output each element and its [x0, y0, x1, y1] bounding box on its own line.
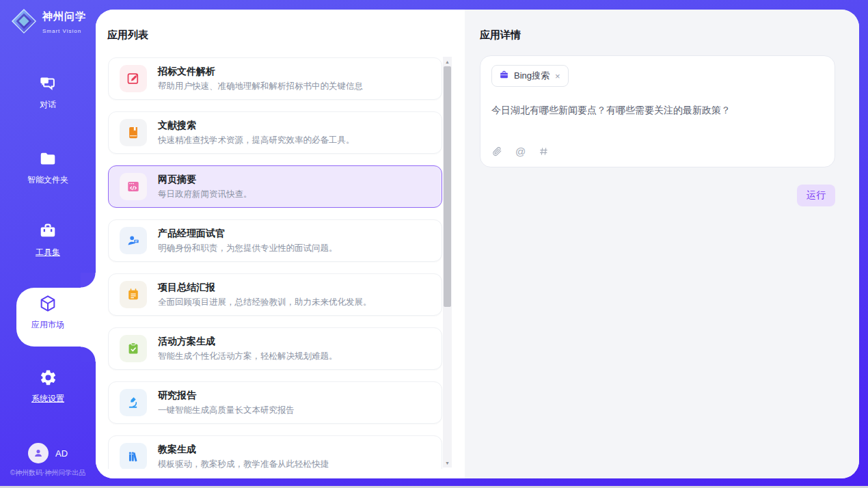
toolbox-icon [38, 221, 57, 241]
main-panel: 应用列表 招标文件解析 帮助用户快速、准确地理解和解析招标书中的关键信息 文献搜… [96, 10, 859, 478]
app-card-desc: 全面回顾项目进展，总结经验教训，助力未来优化发展。 [158, 297, 372, 308]
app-detail-title: 应用详情 [480, 29, 835, 42]
avatar [28, 443, 49, 463]
app-card-desc: 快速精准查找学术资源，提高研究效率的必备工具。 [158, 135, 355, 146]
app-card[interactable]: 项目总结汇报 全面回顾项目进展，总结经验教训，助力未来优化发展。 [108, 273, 442, 316]
paperclip-icon[interactable] [491, 146, 503, 157]
sidebar-item-folder[interactable]: 智能文件夹 [0, 149, 96, 186]
briefcase-icon [499, 70, 509, 82]
sidebar-item-toolbox[interactable]: 工具集 [0, 221, 96, 258]
app-detail-section: 应用详情 Bing搜索 × 今日湖北有哪些新闻要点？有哪些需要关注的最新政策？ … [465, 10, 859, 478]
notepad-icon [120, 281, 147, 308]
app-list: 招标文件解析 帮助用户快速、准确地理解和解析招标书中的关键信息 文献搜索 快速精… [108, 57, 442, 469]
sidebar-item-cube[interactable]: 应用市场 [0, 294, 96, 331]
app-card-desc: 明确身份和职责，为您提供专业性的面试问题。 [158, 243, 338, 254]
question-input[interactable]: 今日湖北有哪些新闻要点？有哪些需要关注的最新政策？ [491, 103, 824, 118]
user-row[interactable]: AD [0, 443, 96, 463]
app-card-title: 项目总结汇报 [158, 282, 372, 294]
app-card-title: 活动方案生成 [158, 336, 338, 348]
app-card[interactable]: 研究报告 一键智能生成高质量长文本研究报告 [108, 381, 442, 424]
microscope-icon [120, 389, 147, 416]
prompt-card: Bing搜索 × 今日湖北有哪些新闻要点？有哪些需要关注的最新政策？ @ [480, 55, 835, 167]
chip-close-icon[interactable]: × [554, 71, 561, 81]
hash-icon[interactable] [538, 146, 550, 157]
tool-chip-label: Bing搜索 [514, 70, 550, 82]
clipboard-check-icon [120, 335, 147, 362]
app-card[interactable]: 产品经理面试官 明确身份和职责，为您提供专业性的面试问题。 [108, 219, 442, 262]
app-card[interactable]: 网页摘要 每日政府新闻资讯快查。 [108, 165, 442, 208]
chat-icon [38, 74, 57, 93]
app-card-title: 网页摘要 [158, 174, 252, 186]
cube-icon [38, 294, 57, 313]
sidebar-item-gear[interactable]: 系统设置 [0, 368, 96, 405]
copyright-footer: ©神州数码·神州问学出品 [0, 468, 96, 478]
interviewer-icon [120, 227, 147, 254]
run-button[interactable]: 运行 [797, 185, 835, 206]
app-card-title: 产品经理面试官 [158, 228, 338, 240]
app-list-scrollbar[interactable]: ▲ ▼ [443, 57, 452, 467]
app-card-title: 文献搜索 [158, 120, 355, 132]
app-card-title: 招标文件解析 [158, 66, 363, 78]
brand-diamond-icon [11, 8, 37, 37]
app-card[interactable]: 文献搜索 快速精准查找学术资源，提高研究效率的必备工具。 [108, 111, 442, 154]
scroll-down-icon[interactable]: ▼ [443, 458, 452, 467]
brand-subtitle: Smart Vision [42, 28, 81, 34]
at-icon[interactable]: @ [515, 146, 526, 157]
app-card[interactable]: 教案生成 模板驱动，教案秒成，教学准备从此轻松快捷 [108, 435, 442, 469]
input-toolbar: @ [491, 146, 550, 157]
app-list-title: 应用列表 [107, 29, 148, 42]
app-card-title: 研究报告 [158, 390, 295, 402]
web-summary-icon [120, 173, 147, 200]
sidebar: 神州问学 Smart Vision 对话 智能文件夹 工具集 应用市场 系统设置… [0, 0, 96, 488]
app-card-desc: 帮助用户快速、准确地理解和解析招标书中的关键信息 [158, 81, 363, 92]
sidebar-item-chat[interactable]: 对话 [0, 74, 96, 111]
app-card[interactable]: 活动方案生成 智能生成个性化活动方案，轻松解决规划难题。 [108, 327, 442, 370]
folder-icon [38, 149, 57, 168]
app-card[interactable]: 招标文件解析 帮助用户快速、准确地理解和解析招标书中的关键信息 [108, 57, 442, 100]
scrollbar-thumb[interactable] [444, 66, 451, 307]
active-notch-top [81, 273, 96, 288]
edit-doc-icon [120, 65, 147, 92]
gear-icon [38, 368, 57, 388]
tool-chip[interactable]: Bing搜索 × [491, 65, 569, 87]
brand-logo: 神州问学 Smart Vision [11, 8, 86, 37]
app-card-desc: 模板驱动，教案秒成，教学准备从此轻松快捷 [158, 459, 329, 470]
app-card-desc: 一键智能生成高质量长文本研究报告 [158, 405, 295, 416]
app-list-section: 应用列表 招标文件解析 帮助用户快速、准确地理解和解析招标书中的关键信息 文献搜… [96, 10, 465, 478]
user-name: AD [55, 448, 68, 459]
app-card-desc: 每日政府新闻资讯快查。 [158, 189, 252, 200]
brand-name: 神州问学 [42, 10, 86, 22]
books-icon [120, 443, 147, 469]
book-icon [120, 119, 147, 146]
active-notch-bottom [81, 347, 96, 362]
app-card-title: 教案生成 [158, 444, 329, 456]
scroll-up-icon[interactable]: ▲ [443, 57, 452, 66]
app-card-desc: 智能生成个性化活动方案，轻松解决规划难题。 [158, 351, 338, 362]
